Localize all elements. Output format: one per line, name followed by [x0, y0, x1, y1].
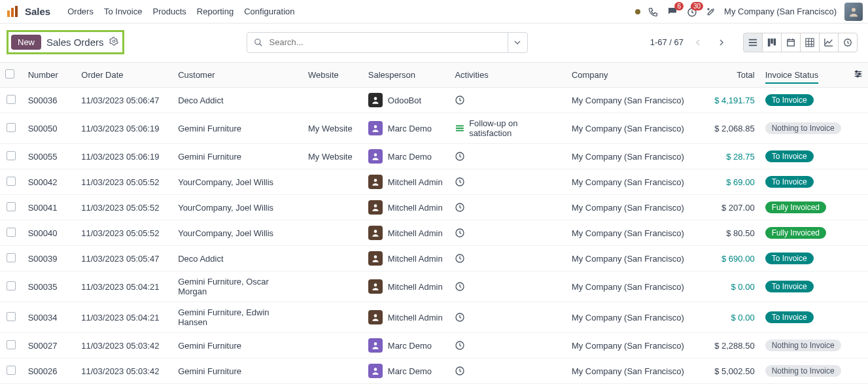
clock-icon[interactable] — [455, 228, 561, 238]
row-checkbox[interactable] — [7, 123, 16, 132]
cell-salesperson: Mitchell Admin — [363, 246, 450, 271]
view-activity[interactable] — [838, 33, 858, 52]
salesperson-avatar — [368, 310, 383, 324]
user-avatar[interactable] — [844, 3, 863, 21]
col-salesperson[interactable]: Salesperson — [363, 63, 450, 88]
col-website[interactable]: Website — [303, 63, 363, 88]
col-order-date[interactable]: Order Date — [76, 63, 173, 88]
pager-prev[interactable] — [689, 33, 707, 52]
app-icon[interactable] — [5, 5, 20, 19]
view-calendar[interactable] — [781, 33, 801, 52]
clock-icon[interactable] — [455, 177, 561, 187]
cell-status: To Invoice — [760, 144, 848, 169]
clock-icon[interactable] — [455, 312, 561, 323]
menu-products[interactable]: Products — [147, 3, 191, 20]
cell-activities — [449, 195, 566, 220]
clock-icon[interactable] — [455, 340, 561, 351]
app-name[interactable]: Sales — [25, 6, 50, 17]
menu-configuration[interactable]: Configuration — [239, 3, 300, 20]
row-checkbox[interactable] — [7, 95, 16, 104]
cell-customer: YourCompany, Joel Willis — [173, 195, 303, 220]
row-checkbox[interactable] — [7, 281, 16, 290]
table-row[interactable]: S0004111/03/2023 05:05:52YourCompany, Jo… — [0, 195, 868, 220]
invoice-status-pill: To Invoice — [765, 176, 814, 188]
svg-line-7 — [259, 43, 262, 46]
new-button[interactable]: New — [11, 35, 41, 50]
cell-activities — [449, 358, 566, 384]
clock-icon[interactable] — [455, 253, 561, 264]
table-row[interactable]: S0003611/03/2023 05:06:47Deco AddictOdoo… — [0, 88, 868, 113]
svg-rect-13 — [774, 38, 776, 45]
company-switcher[interactable]: My Company (San Francisco) — [724, 7, 837, 16]
table-row[interactable]: S0005011/03/2023 05:06:19Gemini Furnitur… — [0, 113, 868, 144]
messages-icon[interactable]: 6 — [667, 6, 678, 18]
row-checkbox[interactable] — [7, 177, 16, 186]
clock-icon[interactable] — [455, 95, 561, 105]
cell-company: My Company (San Francisco) — [566, 169, 693, 195]
cell-status: Nothing to Invoice — [760, 358, 848, 384]
row-checkbox[interactable] — [7, 312, 16, 321]
view-pivot[interactable] — [800, 33, 820, 52]
table-row[interactable]: S0003411/03/2023 05:04:21Gemini Furnitur… — [0, 302, 868, 333]
clock-icon[interactable] — [455, 202, 561, 213]
cell-salesperson: Mitchell Admin — [363, 169, 450, 195]
table-row[interactable]: S0003511/03/2023 05:04:21Gemini Furnitur… — [0, 271, 868, 302]
cell-salesperson: Marc Demo — [363, 333, 450, 358]
table-row[interactable]: S0003911/03/2023 05:05:47Deco AddictMitc… — [0, 246, 868, 271]
pager-next[interactable] — [712, 33, 731, 52]
cell-total: $ 28.75 — [693, 144, 760, 169]
row-checkbox[interactable] — [7, 228, 16, 237]
select-all-checkbox[interactable] — [5, 69, 14, 79]
phone-icon[interactable] — [648, 7, 659, 17]
table-row[interactable]: S0004211/03/2023 05:05:52YourCompany, Jo… — [0, 169, 868, 195]
clock-icon[interactable] — [455, 281, 561, 292]
row-checkbox[interactable] — [7, 253, 16, 262]
cell-number: S00041 — [23, 195, 77, 220]
cell-total: $ 2,288.50 — [693, 333, 760, 358]
table-row[interactable]: S0002611/03/2023 05:03:42Gemini Furnitur… — [0, 358, 868, 384]
cell-total: $ 2,068.85 — [693, 113, 760, 144]
col-invoice-status[interactable]: Invoice Status — [760, 63, 848, 88]
table-row[interactable]: S0002711/03/2023 05:03:42Gemini Furnitur… — [0, 333, 868, 358]
svg-point-44 — [373, 255, 377, 258]
cell-status: Nothing to Invoice — [760, 333, 848, 358]
row-checkbox[interactable] — [7, 151, 16, 160]
cell-company: My Company (San Francisco) — [566, 195, 693, 220]
cell-salesperson: Mitchell Admin — [363, 220, 450, 246]
row-checkbox[interactable] — [7, 202, 16, 211]
search-input[interactable] — [268, 37, 501, 48]
col-total[interactable]: Total — [693, 63, 760, 88]
salesperson-avatar — [368, 364, 383, 378]
col-options[interactable] — [848, 63, 868, 88]
menu-orders[interactable]: Orders — [62, 3, 99, 20]
col-number[interactable]: Number — [23, 63, 77, 88]
search-options-toggle[interactable] — [508, 33, 527, 52]
view-graph[interactable] — [819, 33, 839, 52]
view-kanban[interactable] — [762, 33, 782, 52]
messages-badge: 6 — [674, 2, 684, 10]
clock-icon[interactable] — [455, 151, 561, 162]
pager-range[interactable]: 1-67 / 67 — [650, 37, 684, 47]
svg-rect-18 — [806, 38, 814, 46]
col-company[interactable]: Company — [566, 63, 693, 88]
cell-total: $ 4,191.75 — [693, 88, 760, 113]
cell-status: Fully Invoiced — [760, 220, 848, 246]
svg-rect-34 — [456, 128, 464, 129]
row-checkbox[interactable] — [7, 366, 16, 375]
view-list[interactable] — [743, 33, 763, 52]
tools-icon[interactable] — [706, 7, 716, 17]
col-customer[interactable]: Customer — [173, 63, 303, 88]
svg-point-36 — [373, 153, 377, 156]
menu-to-invoice[interactable]: To Invoice — [99, 3, 148, 20]
menu-reporting[interactable]: Reporting — [192, 3, 239, 20]
timer-icon[interactable]: 30 — [686, 6, 698, 18]
table-row[interactable]: S0004011/03/2023 05:05:52YourCompany, Jo… — [0, 220, 868, 246]
cell-total: $ 690.00 — [693, 246, 760, 271]
cell-total: $ 5,002.50 — [693, 358, 760, 384]
col-activities[interactable]: Activities — [449, 63, 566, 88]
row-checkbox[interactable] — [7, 340, 16, 349]
table-row[interactable]: S0005511/03/2023 05:06:19Gemini Furnitur… — [0, 144, 868, 169]
svg-point-52 — [373, 368, 377, 371]
clock-icon[interactable] — [455, 366, 561, 376]
gear-icon[interactable] — [109, 37, 118, 48]
